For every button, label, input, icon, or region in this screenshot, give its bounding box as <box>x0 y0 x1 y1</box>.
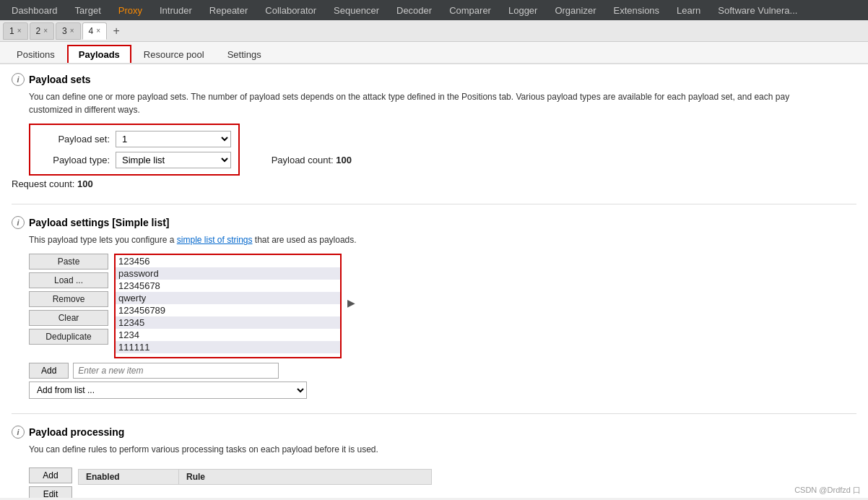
payload-processing-title: Payload processing <box>29 426 124 438</box>
processing-area: Add Edit Enabled Rule <box>29 463 856 498</box>
menu-item-decoder[interactable]: Decoder <box>388 0 440 20</box>
list-item[interactable]: 111111 <box>116 341 340 353</box>
tab-1-close[interactable]: × <box>17 27 22 35</box>
payload-set-row: Payload set: 1 <box>38 131 231 147</box>
add-item-input[interactable] <box>73 363 279 379</box>
tab-3-close[interactable]: × <box>70 27 74 35</box>
list-item[interactable]: 12345 <box>116 316 340 329</box>
divider-2 <box>12 413 856 414</box>
menu-item-repeater[interactable]: Repeater <box>201 0 256 20</box>
tab-4-label: 4 <box>89 26 94 36</box>
add-from-list-select[interactable]: Add from list ... <box>29 382 307 399</box>
sub-tab-bar: Positions Payloads Resource pool Setting… <box>0 42 868 64</box>
add-list-row: Add from list ... <box>29 382 856 399</box>
list-arrow-icon: ▶ <box>347 254 355 309</box>
list-buttons: Paste Load ... Remove Clear Deduplicate <box>29 254 108 345</box>
sub-tab-resource-pool[interactable]: Resource pool <box>133 46 215 63</box>
list-item[interactable]: 1234 <box>116 329 340 341</box>
list-item[interactable]: qwerty <box>116 292 340 304</box>
divider-1 <box>12 204 856 204</box>
tab-2-label: 2 <box>36 26 41 36</box>
menu-bar: Dashboard Target Proxy Intruder Repeater… <box>0 0 868 20</box>
payload-settings-title: Payload settings [Simple list] <box>29 217 170 228</box>
watermark: CSDN @Drdfzd 口 <box>794 485 861 496</box>
payload-set-form-box: Payload set: 1 Payload type: Simple list <box>29 124 240 176</box>
tab-1[interactable]: 1 × <box>3 22 28 40</box>
menu-item-target[interactable]: Target <box>66 0 110 20</box>
sub-tab-positions[interactable]: Positions <box>6 46 66 63</box>
tab-1-label: 1 <box>9 26 14 36</box>
list-item[interactable]: 12345678 <box>116 280 340 292</box>
payload-set-select[interactable]: 1 <box>116 131 231 147</box>
list-item[interactable]: password <box>116 267 340 280</box>
processing-table: Enabled Rule <box>78 469 432 485</box>
col-rule: Rule <box>179 470 432 485</box>
menu-item-comparer[interactable]: Comparer <box>440 0 500 20</box>
payload-sets-info-icon[interactable]: i <box>12 73 25 86</box>
deduplicate-button[interactable]: Deduplicate <box>29 329 108 345</box>
tab-bar: 1 × 2 × 3 × 4 × + <box>0 20 868 42</box>
payload-type-row: Payload type: Simple list <box>38 152 231 168</box>
menu-item-organizer[interactable]: Organizer <box>546 0 604 20</box>
tab-2-close[interactable]: × <box>43 27 48 35</box>
payload-list-area: Paste Load ... Remove Clear Deduplicate … <box>29 254 856 358</box>
payload-processing-description: You can define rules to perform various … <box>29 443 856 456</box>
load-button[interactable]: Load ... <box>29 272 108 288</box>
sub-tab-payloads[interactable]: Payloads <box>67 45 131 63</box>
payload-count-value: 100 <box>336 155 352 165</box>
payload-type-label: Payload type: <box>38 155 110 165</box>
menu-item-proxy[interactable]: Proxy <box>110 0 151 20</box>
payload-settings-section: i Payload settings [Simple list] This pa… <box>12 216 856 399</box>
payload-count-label: Payload count: <box>272 155 334 165</box>
payload-set-label: Payload set: <box>38 134 110 145</box>
payload-sets-title: Payload sets <box>29 74 91 85</box>
clear-button[interactable]: Clear <box>29 310 108 326</box>
processing-edit-button[interactable]: Edit <box>29 486 72 498</box>
payload-settings-description: This payload type lets you configure a s… <box>29 233 856 246</box>
menu-item-collaborator[interactable]: Collaborator <box>256 0 325 20</box>
menu-item-sequencer[interactable]: Sequencer <box>325 0 388 20</box>
sub-tab-settings[interactable]: Settings <box>217 46 272 63</box>
list-item[interactable]: 123456789 <box>116 304 340 316</box>
tab-4[interactable]: 4 × <box>82 22 108 40</box>
tab-4-close[interactable]: × <box>96 27 100 35</box>
processing-add-button[interactable]: Add <box>29 467 72 483</box>
add-item-button[interactable]: Add <box>29 363 69 379</box>
add-row: Add <box>29 363 856 379</box>
payload-processing-info-icon[interactable]: i <box>12 426 25 439</box>
processing-buttons: Add Edit <box>29 467 72 498</box>
menu-item-intruder[interactable]: Intruder <box>151 0 201 20</box>
col-enabled: Enabled <box>79 470 179 485</box>
remove-button[interactable]: Remove <box>29 291 108 307</box>
payload-settings-header: i Payload settings [Simple list] <box>12 216 856 229</box>
tab-add-button[interactable]: + <box>108 23 124 39</box>
payload-sets-description: You can define one or more payload sets.… <box>29 90 856 116</box>
menu-item-software-vulnera[interactable]: Software Vulnera... <box>709 0 806 20</box>
tab-3-label: 3 <box>62 26 67 36</box>
list-item[interactable]: 123456 <box>116 255 340 267</box>
request-count-label: Request count: <box>12 178 74 189</box>
main-content: i Payload sets You can define one or mor… <box>0 64 868 498</box>
menu-item-extensions[interactable]: Extensions <box>605 0 669 20</box>
tab-2[interactable]: 2 × <box>30 22 55 40</box>
tab-3[interactable]: 3 × <box>56 22 81 40</box>
request-count-value: 100 <box>77 178 93 189</box>
menu-item-dashboard[interactable]: Dashboard <box>3 0 66 20</box>
payload-sets-header: i Payload sets <box>12 73 856 86</box>
payload-list[interactable]: 123456 password 12345678 qwerty 12345678… <box>114 254 342 358</box>
payload-processing-header: i Payload processing <box>12 426 856 439</box>
payload-settings-info-icon[interactable]: i <box>12 216 25 229</box>
menu-item-logger[interactable]: Logger <box>500 0 546 20</box>
payload-type-select[interactable]: Simple list <box>116 152 231 168</box>
menu-item-learn[interactable]: Learn <box>668 0 709 20</box>
paste-button[interactable]: Paste <box>29 254 108 270</box>
payload-sets-section: i Payload sets You can define one or mor… <box>12 73 856 189</box>
payload-processing-section: i Payload processing You can define rule… <box>12 426 856 498</box>
